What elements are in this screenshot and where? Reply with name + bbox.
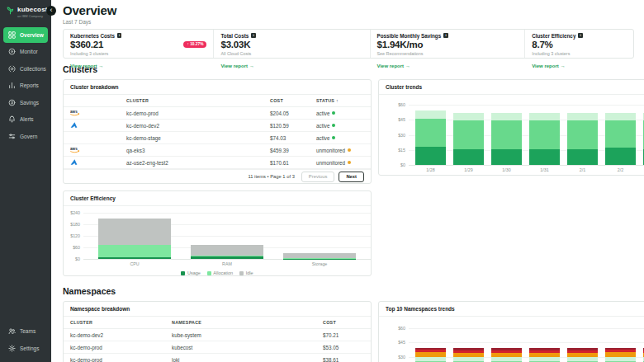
summary-card-kubernetes-costs: Kubernetes Costs i $360.21 ↑ 10.27% Incl…	[64, 30, 213, 58]
table-row[interactable]: aws qa-eks3 $459.39 unmonitored	[64, 144, 371, 157]
table-row[interactable]: kc-demo-prod kubecost $53.05	[64, 341, 371, 354]
bar-segment	[453, 149, 484, 165]
legend-swatch	[239, 271, 244, 275]
bar-segment	[491, 120, 522, 148]
bar-segment	[605, 148, 636, 165]
bar-segment	[529, 357, 560, 361]
azure-icon	[70, 121, 126, 129]
y-axis-label: $240	[64, 210, 80, 215]
card-title: Namespace breakdown	[64, 302, 371, 317]
svg-text:aws: aws	[70, 110, 78, 114]
col-cluster[interactable]: Cluster	[126, 98, 270, 103]
card-label: Total Costs	[220, 33, 249, 39]
bar-segment	[491, 353, 522, 357]
table-row[interactable]: az-use2-eng-test2 $170.61 unmonitored	[64, 157, 371, 169]
info-icon[interactable]: i	[578, 33, 583, 38]
namespace-trends-card: Top 10 Namespaces trends $15$30$45$601/2…	[378, 301, 644, 362]
col-cost[interactable]: Cost	[270, 98, 316, 103]
sidebar-nav: Overview Monitor Collections Reports Sav…	[2, 26, 49, 145]
bar-segment	[415, 350, 446, 352]
info-icon[interactable]: i	[117, 33, 122, 38]
cost-cell: $170.61	[270, 160, 316, 166]
y-axis-label: $60	[64, 245, 80, 250]
namespace-cell: kubecost	[172, 345, 323, 350]
view-report-link[interactable]: View report→	[377, 63, 411, 68]
cost-cell: $70.21	[323, 332, 364, 338]
sidebar-item-govern[interactable]: Govern	[3, 129, 48, 144]
table-row[interactable]: aws kc-demo-prod $204.05 active	[64, 107, 371, 120]
monitor-icon	[8, 48, 16, 55]
sidebar-logo: kubecost an IBM Company	[2, 6, 49, 26]
sidebar-item-overview[interactable]: Overview	[3, 27, 48, 43]
gear-icon	[8, 345, 16, 352]
gridline	[409, 342, 644, 343]
bar-segment	[415, 352, 446, 356]
sidebar-item-label: Govern	[20, 134, 37, 139]
table-row[interactable]: kc-demo-dev2 kube-system $70.21	[64, 329, 371, 341]
bar-segment	[191, 245, 263, 256]
bar-segment	[605, 350, 636, 352]
previous-button[interactable]: Previous	[301, 172, 335, 182]
bar-segment	[283, 253, 356, 258]
x-axis-label: 1/30	[491, 167, 522, 172]
info-icon[interactable]: i	[251, 33, 256, 38]
collapse-sidebar-button[interactable]: ‹	[46, 6, 56, 16]
col-status[interactable]: Status ↑	[316, 98, 364, 103]
sidebar-item-monitor[interactable]: Monitor	[3, 44, 48, 59]
card-label: Cluster Efficiency	[532, 33, 575, 39]
bar-segment	[415, 110, 446, 119]
y-axis-label: $30	[379, 355, 405, 360]
view-report-link[interactable]: View report→	[532, 63, 566, 68]
cluster-breakdown-card: Cluster breakdown Cluster Cost Status ↑ …	[63, 79, 372, 184]
main-content: Overview Last 7 Days Kubernetes Costs i …	[51, 0, 644, 362]
cluster-trends-chart: $0$15$30$45$601/281/291/301/312/12/22/3	[379, 105, 644, 175]
bar-segment	[491, 350, 522, 353]
cost-cell: $38.61	[323, 357, 364, 362]
gridline	[83, 213, 371, 214]
sidebar-item-label: Reports	[20, 82, 39, 88]
info-icon[interactable]: i	[443, 33, 448, 38]
sidebar-item-savings[interactable]: Savings	[3, 95, 48, 110]
view-report-link[interactable]: View report→	[220, 63, 254, 68]
cluster-trends-card: Cluster trends $0$15$30$45$601/281/291/3…	[378, 79, 644, 176]
govern-icon	[8, 133, 16, 140]
status-cell: active	[316, 135, 364, 141]
sort-asc-icon: ↑	[336, 98, 339, 103]
chart-legend: UsageAllocationIdle	[64, 270, 371, 275]
azure-icon	[70, 158, 126, 167]
pagination: 11 items • Page 1 of 3 Previous Next	[64, 169, 371, 183]
y-axis-label: $45	[379, 340, 405, 345]
col-cost[interactable]: Cost	[323, 320, 364, 325]
card-title: Cluster trends	[379, 80, 644, 95]
sidebar-item-settings[interactable]: Settings	[3, 341, 48, 356]
bar-segment	[567, 113, 598, 121]
bar-segment	[98, 219, 171, 246]
table-row[interactable]: kc-demo-stage $74.03 active	[64, 132, 371, 144]
bar-segment	[415, 357, 446, 362]
bar-segment	[567, 353, 598, 357]
bell-icon	[8, 115, 16, 123]
bar-segment	[567, 149, 598, 165]
sidebar-item-teams[interactable]: Teams	[3, 323, 48, 339]
legend-swatch	[207, 271, 211, 275]
chevron-left-icon: ‹	[50, 6, 53, 14]
x-axis-label: RAM	[191, 261, 263, 266]
gridline	[83, 259, 371, 260]
next-button[interactable]: Next	[339, 172, 364, 182]
cluster-name-cell: kc-demo-prod	[70, 345, 172, 350]
sidebar-item-reports[interactable]: Reports	[3, 78, 48, 93]
table-row[interactable]: kc-demo-prod loki $38.61	[64, 354, 371, 362]
reports-icon	[8, 82, 16, 89]
legend-swatch	[181, 271, 185, 275]
arrow-right-icon: →	[99, 63, 104, 68]
table-row[interactable]: kc-demo-dev2 $120.59 active	[64, 120, 371, 132]
sidebar-item-collections[interactable]: Collections	[3, 61, 48, 77]
summary-card-possible-monthly-savings: Possible Monthly Savings i $1.94K/mo See…	[370, 30, 525, 58]
col-namespace[interactable]: Namespace	[172, 320, 323, 325]
namespace-breakdown-card: Namespace breakdown Cluster Namespace Co…	[63, 301, 372, 362]
sidebar-item-alerts[interactable]: Alerts	[3, 111, 48, 127]
cluster-name-cell: kc-demo-dev2	[126, 123, 270, 129]
col-cluster[interactable]: Cluster	[70, 320, 172, 325]
cluster-name-cell: kc-demo-stage	[126, 135, 270, 141]
card-subtext: Including 3 clusters	[70, 51, 206, 56]
